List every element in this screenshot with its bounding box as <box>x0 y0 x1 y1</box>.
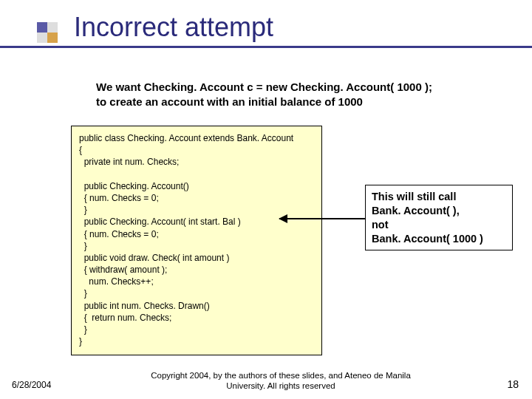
callout-line-1: This will still call <box>372 191 456 202</box>
svg-rect-0 <box>47 33 58 43</box>
callout-line-4: Bank. Account( 1000 ) <box>372 233 483 245</box>
callout-box: This will still call Bank. Account( ), n… <box>365 185 513 250</box>
intro-line-2: to create an account with an initial bal… <box>96 95 363 108</box>
footer-date: 6/28/2004 <box>12 380 51 390</box>
footer-page-number: 18 <box>507 378 519 390</box>
footer-copyright: Copyright 2004, by the authors of these … <box>148 371 414 392</box>
svg-rect-1 <box>37 22 47 33</box>
callout-line-3: not <box>372 219 389 231</box>
title-underline <box>0 46 532 48</box>
slide-title: Incorrect attempt <box>74 12 273 43</box>
callout-line-2: Bank. Account( ), <box>372 205 460 216</box>
code-block: public class Checking. Account extends B… <box>71 126 322 355</box>
slide-title-wrap: Incorrect attempt <box>74 12 273 43</box>
arrow-icon <box>279 218 365 219</box>
svg-rect-2 <box>47 22 58 33</box>
intro-text: We want Checking. Account c = new Checki… <box>96 80 495 109</box>
intro-line-1: We want Checking. Account c = new Checki… <box>96 81 432 93</box>
svg-rect-3 <box>37 33 47 43</box>
corner-decoration <box>0 0 59 47</box>
